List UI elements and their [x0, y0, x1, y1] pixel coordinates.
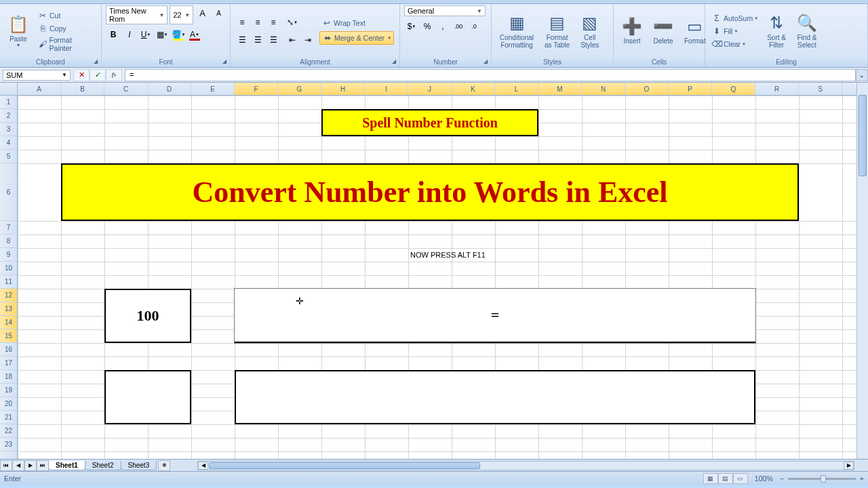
- cell-range-F12[interactable]: =: [235, 289, 755, 343]
- orientation-button[interactable]: ⤡▼: [285, 15, 300, 30]
- column-header-K[interactable]: K: [452, 83, 495, 95]
- row-header-6[interactable]: 6: [0, 163, 17, 221]
- normal-view-button[interactable]: ▦: [703, 473, 718, 484]
- cells-area[interactable]: Spell Number FunctionConvert Number into…: [18, 96, 868, 459]
- row-header-11[interactable]: 11: [0, 275, 17, 289]
- expand-formula-button[interactable]: ⌄: [856, 69, 868, 81]
- row-header-23[interactable]: 23: [0, 438, 17, 451]
- cell-styles-button[interactable]: ▧Cell Styles: [576, 12, 603, 50]
- row-header-3[interactable]: 3: [0, 123, 17, 136]
- delete-cells-button[interactable]: ➖Delete: [649, 16, 677, 46]
- cell-range-C18[interactable]: [104, 370, 191, 424]
- column-header-A[interactable]: A: [18, 83, 61, 95]
- fill-color-button[interactable]: 🪣▼: [171, 27, 186, 42]
- underline-button[interactable]: U▼: [138, 27, 153, 42]
- column-header-N[interactable]: N: [582, 83, 625, 95]
- scroll-right-button[interactable]: ▶: [844, 462, 854, 470]
- increase-indent-button[interactable]: ⇥: [300, 33, 315, 47]
- cell-range-H2[interactable]: Spell Number Function: [321, 109, 538, 136]
- font-name-combo[interactable]: Times New Rom▼: [106, 5, 167, 24]
- row-header-20[interactable]: 20: [0, 397, 17, 411]
- row-header-10[interactable]: 10: [0, 262, 17, 275]
- column-header-E[interactable]: E: [191, 83, 235, 95]
- last-sheet-button[interactable]: ⏭: [37, 460, 49, 471]
- grid-body[interactable]: ABCDEFGHIJKLMNOPQRS Spell Number Functio…: [18, 83, 868, 459]
- shrink-font-button[interactable]: A: [212, 5, 226, 20]
- align-center-button[interactable]: ☰: [250, 33, 265, 47]
- scroll-thumb[interactable]: [859, 95, 867, 176]
- format-painter-button[interactable]: 🖌Format Painter: [35, 35, 97, 53]
- merge-center-button[interactable]: ⬌Merge & Center▼: [319, 31, 394, 45]
- hscroll-thumb[interactable]: [209, 462, 480, 469]
- conditional-formatting-button[interactable]: ▦Conditional Formatting: [496, 12, 538, 50]
- prev-sheet-button[interactable]: ◀: [12, 460, 24, 471]
- row-header-5[interactable]: 5: [0, 150, 17, 163]
- launcher-icon[interactable]: ◢: [481, 58, 490, 66]
- column-header-P[interactable]: P: [669, 83, 712, 95]
- row-header-4[interactable]: 4: [0, 136, 17, 150]
- clear-button[interactable]: ⌫Clear▼: [709, 38, 760, 50]
- column-header-F[interactable]: F: [235, 83, 278, 95]
- vertical-scrollbar[interactable]: [856, 83, 868, 459]
- align-bottom-button[interactable]: ≡: [266, 15, 281, 30]
- italic-button[interactable]: I: [122, 27, 137, 42]
- row-header-12[interactable]: 12: [0, 289, 17, 302]
- column-header-M[interactable]: M: [538, 83, 582, 95]
- insert-cells-button[interactable]: ➕Insert: [618, 16, 646, 46]
- bold-button[interactable]: B: [106, 27, 121, 42]
- column-header-L[interactable]: L: [495, 83, 538, 95]
- launcher-icon[interactable]: ◢: [92, 58, 100, 66]
- row-header-22[interactable]: 22: [0, 424, 17, 438]
- row-header-18[interactable]: 18: [0, 370, 17, 384]
- zoom-thumb[interactable]: [821, 475, 826, 483]
- format-as-table-button[interactable]: ▤Format as Table: [540, 12, 574, 50]
- row-header-19[interactable]: 19: [0, 384, 17, 397]
- autosum-button[interactable]: ΣAutoSum▼: [709, 12, 760, 24]
- row-header-8[interactable]: 8: [0, 235, 17, 248]
- column-header-Q[interactable]: Q: [712, 83, 755, 95]
- formula-input[interactable]: =: [125, 69, 856, 81]
- row-header-15[interactable]: 15: [0, 329, 17, 343]
- sheet-tab-sheet2[interactable]: Sheet2: [85, 461, 121, 470]
- comma-button[interactable]: ,: [435, 19, 450, 34]
- cell-range-B6[interactable]: Convert Number into Words in Excel: [61, 163, 799, 221]
- font-color-button[interactable]: A▼: [187, 27, 202, 42]
- scroll-left-button[interactable]: ◀: [198, 462, 208, 470]
- horizontal-scrollbar[interactable]: ◀ ▶: [197, 461, 854, 470]
- launcher-icon[interactable]: ◢: [220, 58, 229, 66]
- sheet-tab-sheet1[interactable]: Sheet1: [48, 461, 85, 470]
- enter-formula-button[interactable]: ✓: [90, 69, 106, 81]
- insert-function-button[interactable]: fx: [106, 69, 122, 81]
- row-header-7[interactable]: 7: [0, 221, 17, 235]
- align-left-button[interactable]: ☰: [235, 33, 250, 47]
- decrease-decimal-button[interactable]: .0: [467, 19, 481, 34]
- row-header-1[interactable]: 1: [0, 96, 17, 109]
- currency-button[interactable]: $▼: [404, 19, 419, 34]
- font-size-combo[interactable]: 22▼: [170, 5, 193, 24]
- column-header-S[interactable]: S: [799, 83, 842, 95]
- cell-range-F18[interactable]: [235, 370, 755, 424]
- column-header-B[interactable]: B: [61, 83, 104, 95]
- column-header-H[interactable]: H: [321, 83, 365, 95]
- next-sheet-button[interactable]: ▶: [24, 460, 37, 471]
- zoom-slider[interactable]: [788, 478, 856, 480]
- sort-filter-button[interactable]: ⇅Sort & Filter: [763, 12, 790, 50]
- wrap-text-button[interactable]: ↩Wrap Text: [319, 17, 394, 29]
- find-select-button[interactable]: 🔍Find & Select: [793, 12, 821, 50]
- row-header-13[interactable]: 13: [0, 302, 17, 316]
- name-box[interactable]: SUM▼: [3, 70, 71, 81]
- column-header-I[interactable]: I: [365, 83, 408, 95]
- cancel-formula-button[interactable]: ✕: [73, 69, 90, 81]
- grow-font-button[interactable]: A: [195, 5, 210, 20]
- row-header-21[interactable]: 21: [0, 411, 17, 424]
- zoom-in-button[interactable]: +: [860, 474, 864, 483]
- fill-button[interactable]: ⬇Fill▼: [709, 25, 760, 37]
- align-right-button[interactable]: ☰: [266, 33, 281, 47]
- copy-button[interactable]: ⎘Copy: [35, 22, 97, 35]
- cut-button[interactable]: ✂Cut: [35, 9, 97, 22]
- cell-range-C12[interactable]: 100: [104, 289, 191, 343]
- align-middle-button[interactable]: ≡: [250, 15, 265, 30]
- column-header-O[interactable]: O: [625, 83, 669, 95]
- row-header-9[interactable]: 9: [0, 248, 17, 262]
- launcher-icon[interactable]: ◢: [390, 58, 398, 66]
